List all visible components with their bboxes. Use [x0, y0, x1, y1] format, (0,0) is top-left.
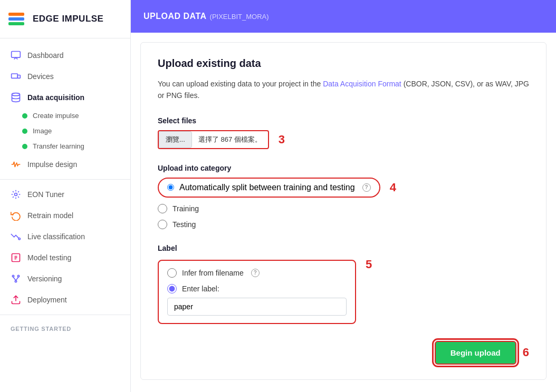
database-icon	[11, 92, 21, 103]
svg-point-9	[15, 280, 16, 282]
infer-filename-label: Infer from filename	[182, 269, 244, 277]
sidebar-item-dashboard[interactable]: Dashboard	[0, 45, 130, 66]
upload-btn-row: Begin upload 6	[158, 341, 529, 365]
image-label: Image	[33, 127, 52, 135]
logo-area: EDGE IMPULSE	[0, 0, 130, 38]
project-name: (PIXELBIT_MORA)	[210, 13, 269, 21]
create-impulse-label: Create impulse	[33, 112, 79, 120]
svg-rect-2	[17, 75, 20, 79]
data-acquisition-label: Data acquisition	[27, 93, 84, 102]
sidebar-item-image[interactable]: Image	[0, 123, 130, 139]
svg-line-10	[13, 277, 16, 281]
svg-line-11	[16, 277, 18, 281]
transfer-learning-dot	[22, 144, 27, 149]
deployment-label: Deployment	[27, 296, 67, 304]
step3-label: 3	[279, 133, 285, 146]
label-section: Infer from filename ? Enter label: 5	[158, 258, 529, 324]
sidebar: EDGE IMPULSE Dashboard Devices	[0, 0, 131, 392]
pulse-icon	[11, 159, 21, 170]
enter-label-radio-row: Enter label:	[167, 284, 347, 293]
sidebar-item-deployment[interactable]: Deployment	[0, 289, 130, 310]
begin-upload-button[interactable]: Begin upload	[435, 341, 516, 365]
category-radio-group: Automatically split between training and…	[158, 178, 529, 229]
step5-label: 5	[366, 258, 372, 271]
label-highlight-box: Infer from filename ? Enter label:	[158, 260, 356, 324]
live-classification-label: Live classification	[27, 232, 85, 241]
svg-point-3	[12, 93, 20, 96]
monitor-icon	[11, 50, 21, 61]
svg-rect-1	[12, 74, 18, 78]
versioning-label: Versioning	[27, 275, 62, 283]
sidebar-item-retrain-model[interactable]: Retrain model	[0, 205, 130, 226]
svg-point-7	[12, 275, 14, 277]
sidebar-item-transfer-learning[interactable]: Transfer learning	[0, 139, 130, 154]
eon-icon	[11, 189, 21, 200]
sidebar-item-versioning[interactable]: Versioning	[0, 268, 130, 289]
page-title: UPLOAD DATA	[143, 12, 207, 21]
retrain-icon	[11, 210, 21, 221]
devices-label: Devices	[27, 72, 54, 81]
data-format-link[interactable]: Data Acquisition Format	[323, 80, 401, 88]
auto-split-highlight: Automatically split between training and…	[158, 178, 380, 198]
label-section-label: Label	[158, 244, 529, 252]
transfer-learning-label: Transfer learning	[33, 142, 84, 150]
eon-tuner-label: EON Tuner	[27, 190, 64, 199]
live-icon	[11, 231, 21, 242]
sidebar-item-impulse-design[interactable]: Impulse design	[0, 154, 130, 175]
enter-label-radio[interactable]	[167, 284, 177, 293]
dashboard-label: Dashboard	[27, 51, 64, 60]
card-title: Upload existing data	[158, 57, 529, 70]
testing-label: Testing	[172, 220, 196, 229]
svg-point-4	[15, 193, 17, 196]
file-upload-box: 瀏覽... 選擇了 867 個檔案。	[158, 130, 269, 149]
sidebar-item-model-testing[interactable]: Model testing	[0, 247, 130, 268]
file-upload-row: 瀏覽... 選擇了 867 個檔案。 3	[158, 130, 529, 149]
svg-point-8	[17, 275, 19, 277]
svg-rect-0	[12, 52, 21, 58]
testing-radio-row: Testing	[158, 220, 529, 229]
svg-point-5	[18, 238, 20, 240]
enter-label-text: Enter label:	[182, 285, 219, 293]
version-icon	[11, 273, 21, 284]
file-browse-button[interactable]: 瀏覽...	[159, 131, 192, 148]
top-bar: UPLOAD DATA (PIXELBIT_MORA)	[131, 0, 556, 33]
deploy-icon	[11, 295, 21, 305]
infer-help-icon[interactable]: ?	[251, 269, 260, 277]
devices-icon	[11, 71, 21, 82]
model-testing-label: Model testing	[27, 253, 71, 262]
create-impulse-dot	[22, 113, 27, 119]
main-area: UPLOAD DATA (PIXELBIT_MORA) Upload exist…	[131, 0, 556, 392]
app-name: EDGE IMPULSE	[33, 14, 103, 24]
getting-started-section: GETTING STARTED	[0, 319, 130, 334]
sidebar-item-devices[interactable]: Devices	[0, 66, 130, 87]
training-radio[interactable]	[158, 204, 167, 213]
training-radio-row: Training	[158, 204, 529, 213]
step6-label: 6	[523, 346, 529, 359]
image-dot	[22, 129, 27, 134]
sidebar-item-data-acquisition[interactable]: Data acquisition	[0, 87, 130, 108]
sidebar-item-create-impulse[interactable]: Create impulse	[0, 108, 130, 123]
description-text: You can upload existing data to your pro…	[158, 78, 529, 102]
upload-category-label: Upload into category	[158, 164, 529, 172]
auto-split-radio[interactable]	[167, 184, 174, 191]
file-chosen-text: 選擇了 867 個檔案。	[192, 133, 268, 146]
sidebar-item-eon-tuner[interactable]: EON Tuner	[0, 184, 130, 205]
impulse-design-label: Impulse design	[27, 160, 77, 169]
select-files-label: Select files	[158, 116, 529, 125]
upload-card: Upload existing data You can upload exis…	[140, 42, 547, 380]
logo-icon	[8, 9, 27, 28]
enter-label-section: Enter label:	[167, 284, 347, 316]
testing-radio[interactable]	[158, 220, 167, 229]
infer-filename-radio[interactable]	[167, 268, 177, 278]
step4-label: 4	[390, 181, 396, 194]
retrain-model-label: Retrain model	[27, 211, 73, 220]
sidebar-navigation: Dashboard Devices Data acquisition Creat…	[0, 38, 130, 392]
content-area: Upload existing data You can upload exis…	[131, 33, 556, 392]
model-icon	[11, 252, 21, 263]
label-input[interactable]	[167, 298, 347, 316]
sidebar-item-live-classification[interactable]: Live classification	[0, 226, 130, 247]
training-label: Training	[172, 204, 199, 213]
infer-filename-row: Infer from filename ?	[167, 268, 347, 278]
auto-split-help-icon[interactable]: ?	[362, 183, 371, 192]
auto-split-row: Automatically split between training and…	[158, 178, 529, 198]
